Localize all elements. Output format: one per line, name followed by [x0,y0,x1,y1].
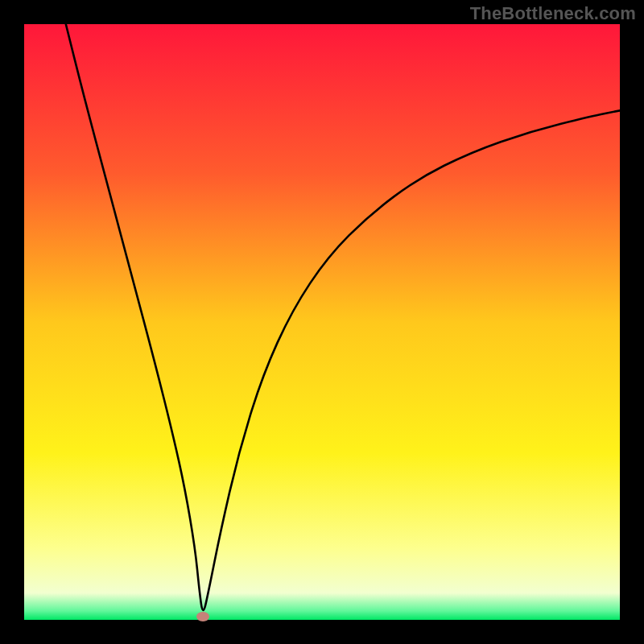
chart-frame: TheBottleneck.com [0,0,644,644]
optimum-marker [196,612,209,621]
chart-svg [24,24,620,620]
plot-area [24,24,620,620]
chart-background [24,24,620,620]
watermark-text: TheBottleneck.com [470,3,636,24]
